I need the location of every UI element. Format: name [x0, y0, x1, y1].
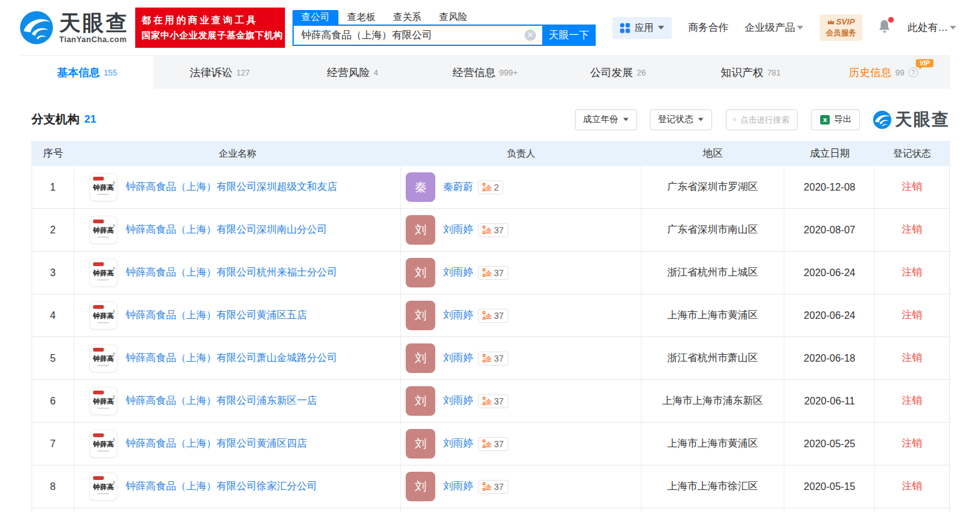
- relation-count-badge[interactable]: 企 2: [478, 181, 503, 194]
- person-link[interactable]: 刘雨婷: [443, 309, 473, 322]
- relation-count-badge[interactable]: 企 37: [478, 394, 508, 408]
- company-link[interactable]: 钟薛高食品（上海）有限公司浦东新区一店: [126, 394, 317, 408]
- nav-cooperation[interactable]: 商务合作: [688, 21, 728, 35]
- person-cell: 企: [401, 508, 641, 512]
- tianyancha-swirl-icon: [872, 110, 892, 130]
- person-cell: 刘 刘雨婷 企 37: [401, 209, 641, 251]
- person-avatar[interactable]: 刘: [406, 258, 435, 287]
- logo-subline: [97, 450, 109, 452]
- company-logo: 钟薛高 ®: [89, 301, 118, 330]
- person-avatar[interactable]: 刘: [406, 301, 435, 330]
- person-link[interactable]: 刘雨婷: [443, 394, 473, 408]
- search-tab[interactable]: 查公司: [292, 10, 338, 25]
- company-link[interactable]: 钟薛高食品（上海）有限公司萧山金城路分公司: [126, 352, 337, 365]
- company-link[interactable]: 钟薛高食品（上海）有限公司杭州来福士分公司: [126, 266, 337, 279]
- org-relations-icon: 企: [482, 396, 492, 406]
- relation-count-badge[interactable]: 企 37: [478, 266, 508, 280]
- logo-subline: [97, 279, 109, 281]
- nav-account-more[interactable]: 此处有…: [908, 21, 956, 35]
- slogan-banner: 都在用的商业查询工具 国家中小企业发展子基金旗下机构: [135, 8, 285, 48]
- table-row: 7 钟薛高 ® 钟薛高食品（上海）有限公司黄浦区四店 刘 刘雨婷 企 37: [32, 423, 949, 465]
- person-link[interactable]: 秦蔚蔚: [443, 181, 473, 194]
- row-index-cell: 1: [32, 166, 74, 208]
- tianyancha-watermark: 天眼查: [872, 108, 950, 131]
- company-link[interactable]: 钟薛高食品（上海）有限公司深圳超级文和友店: [126, 181, 337, 194]
- logo-subline: [97, 322, 109, 323]
- svg-text:企: 企: [485, 270, 492, 277]
- filter-year-dropdown[interactable]: 成立年份: [575, 109, 637, 130]
- person-link[interactable]: 刘雨婷: [443, 480, 473, 493]
- relation-count-badge[interactable]: 企 37: [478, 437, 508, 451]
- table-row: ® 企: [32, 508, 949, 512]
- row-index: 4: [50, 310, 56, 321]
- notification-bell-icon[interactable]: [877, 19, 891, 36]
- row-index: 2: [50, 225, 56, 236]
- region-cell: 上海市上海市徐汇区: [642, 465, 785, 508]
- tianyancha-logo[interactable]: 天眼查 TianYanCha.com: [19, 10, 129, 45]
- row-index-cell: 3: [32, 252, 74, 294]
- registered-mark: ®: [113, 309, 115, 313]
- company-logo: 钟薛高 ®: [89, 216, 118, 244]
- logo-red-tag: [93, 177, 104, 181]
- filter-status-dropdown[interactable]: 登记状态: [650, 109, 712, 130]
- svip-label: SVIP: [836, 17, 855, 26]
- person-link[interactable]: 刘雨婷: [443, 266, 473, 279]
- apps-menu-button[interactable]: 应用: [612, 17, 672, 39]
- row-index: 8: [50, 481, 56, 493]
- svg-text:企: 企: [485, 313, 492, 320]
- person-avatar[interactable]: 刘: [406, 343, 435, 373]
- relation-count-badge[interactable]: 企 37: [478, 309, 508, 323]
- svip-member-button[interactable]: SVIP 会员服务: [820, 14, 862, 41]
- tab-经营信息[interactable]: 经营信息999+: [419, 56, 552, 89]
- company-link[interactable]: 钟薛高食品（上海）有限公司徐家汇分公司: [126, 480, 317, 493]
- relation-count-badge[interactable]: 企 37: [478, 352, 508, 365]
- person-link[interactable]: 刘雨婷: [443, 223, 473, 237]
- tab-公司发展[interactable]: 公司发展26: [552, 56, 684, 89]
- table-search-box[interactable]: [726, 109, 798, 130]
- person-link[interactable]: 刘雨婷: [443, 352, 473, 365]
- tab-知识产权[interactable]: 知识产权781: [684, 56, 817, 89]
- svip-service-label: 会员服务: [826, 28, 856, 37]
- company-link[interactable]: 钟薛高食品（上海）有限公司黄浦区四店: [126, 437, 307, 450]
- person-avatar[interactable]: 刘: [406, 386, 435, 416]
- region-cell: 浙江省杭州市上城区: [642, 252, 785, 294]
- notification-dot: [888, 17, 894, 23]
- clear-search-icon[interactable]: ✕: [525, 30, 536, 41]
- tab-基本信息[interactable]: 基本信息155: [21, 56, 153, 89]
- region-cell: [642, 508, 785, 512]
- search-tab[interactable]: 查风险: [430, 10, 476, 25]
- region-cell: 上海市上海市黄浦区: [642, 423, 785, 465]
- person-avatar[interactable]: 刘: [406, 215, 435, 245]
- logo-brand-text: 钟薛高: [93, 183, 114, 192]
- search-button[interactable]: 天眼一下: [542, 25, 596, 46]
- search-input[interactable]: [292, 25, 542, 46]
- registered-mark: ®: [113, 352, 115, 356]
- tab-历史信息[interactable]: 历史信息99VIP?: [817, 56, 950, 89]
- watermark-text: 天眼查: [895, 108, 950, 131]
- row-index-cell: 2: [32, 209, 74, 251]
- company-link[interactable]: 钟薛高食品（上海）有限公司黄浦区五店: [126, 309, 307, 322]
- established-date: 2020-06-11: [804, 396, 855, 407]
- person-avatar[interactable]: 刘: [406, 472, 435, 501]
- help-icon[interactable]: ?: [908, 67, 918, 77]
- table-search-input[interactable]: [740, 115, 791, 125]
- tab-法律诉讼[interactable]: 法律诉讼127: [153, 56, 286, 89]
- export-button[interactable]: x 导出: [811, 109, 860, 130]
- relation-count: 37: [494, 225, 504, 235]
- company-link[interactable]: 钟薛高食品（上海）有限公司深圳南山分公司: [126, 223, 327, 237]
- tab-经营风险[interactable]: 经营风险4: [286, 56, 419, 89]
- person-avatar[interactable]: 秦: [406, 172, 435, 202]
- company-cell: 钟薛高 ® 钟薛高食品（上海）有限公司深圳超级文和友店: [74, 166, 401, 208]
- relation-count-badge[interactable]: 企 37: [478, 223, 508, 237]
- relation-count-badge[interactable]: 企 37: [478, 480, 508, 494]
- logo-red-tag: [93, 305, 104, 309]
- region-cell: 广东省深圳市罗湖区: [642, 166, 785, 208]
- logo-red-tag: [93, 262, 104, 266]
- logo-brand-text: 钟薛高: [93, 311, 114, 321]
- search-tab[interactable]: 查关系: [384, 10, 430, 25]
- search-tab[interactable]: 查老板: [338, 10, 384, 25]
- tab-count: 127: [237, 68, 250, 77]
- person-avatar[interactable]: 刘: [406, 429, 435, 459]
- nav-enterprise[interactable]: 企业级产品: [745, 21, 803, 35]
- person-link[interactable]: 刘雨婷: [443, 437, 473, 450]
